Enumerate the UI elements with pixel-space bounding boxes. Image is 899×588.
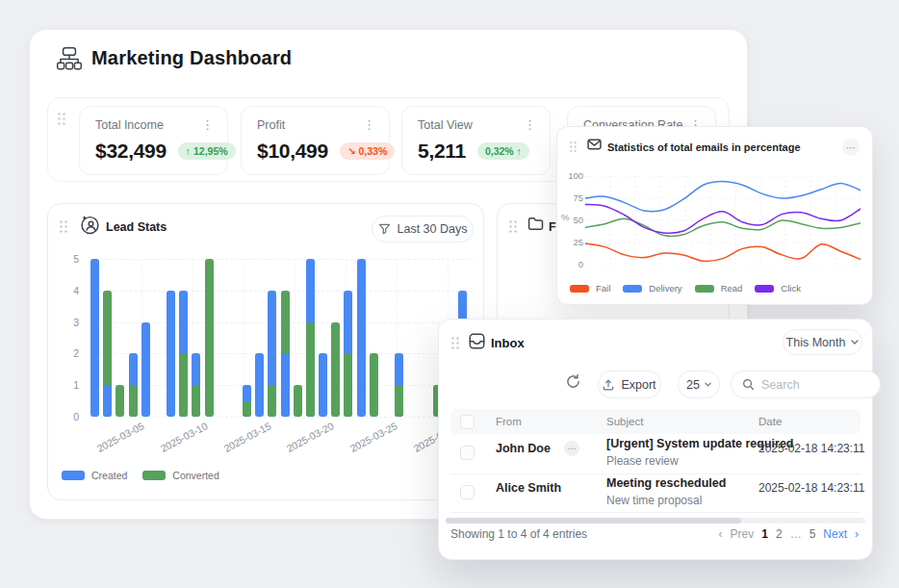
trend-badge: 0,32% ↑	[477, 142, 529, 160]
refresh-icon[interactable]	[565, 373, 581, 390]
export-icon	[603, 379, 614, 391]
y-tick-label: 2	[58, 347, 79, 359]
stat-card-total-view: Total View ⋮ 5,211 0,32% ↑	[401, 106, 551, 175]
y-tick-label: 4	[58, 285, 79, 296]
lead-bar-converted	[306, 322, 315, 417]
prev-button[interactable]: Prev	[731, 527, 755, 541]
funnel-icon	[378, 223, 391, 236]
stat-value: 5,211	[418, 140, 466, 163]
lead-bar-converted	[192, 385, 200, 417]
email-line-chart	[585, 176, 860, 265]
search-placeholder: Search	[761, 378, 800, 392]
drag-handle-icon[interactable]	[59, 219, 68, 234]
select-all-checkbox[interactable]	[460, 415, 475, 429]
export-label: Export	[621, 378, 655, 392]
drag-handle-icon[interactable]	[569, 141, 578, 153]
legend-label: Read	[721, 283, 743, 294]
row-menu-icon[interactable]: ⋯	[564, 441, 579, 456]
lead-bar-created	[103, 385, 112, 417]
lead-bar-converted	[129, 385, 138, 417]
prev-arrow-icon[interactable]: ‹	[719, 527, 723, 541]
stat-value: $10,499	[257, 140, 328, 163]
lead-bar-created	[281, 353, 290, 417]
trend-badge: ↘ 0,33%	[340, 142, 396, 160]
y-tick-label: 50	[558, 215, 583, 225]
row-divider	[450, 512, 860, 513]
row-checkbox[interactable]	[460, 446, 475, 460]
y-tick-label: 25	[558, 237, 583, 247]
row-from: John Doe	[496, 442, 551, 455]
kebab-menu-icon[interactable]: ⋮	[363, 120, 375, 130]
search-input[interactable]: Search	[731, 371, 881, 398]
export-button[interactable]: Export	[598, 371, 661, 398]
period-label: This Month	[786, 336, 846, 349]
kebab-menu-icon[interactable]: ⋮	[201, 120, 214, 130]
y-tick-label: 0	[558, 259, 583, 269]
legend-item: Converted	[142, 470, 218, 481]
stat-label: Total Income	[95, 118, 164, 132]
lead-legend: CreatedConverted	[62, 470, 219, 481]
page-2-button[interactable]: 2	[776, 527, 783, 541]
x-tick-label: 2025-03-25	[340, 415, 408, 458]
lead-bar-converted	[331, 322, 340, 417]
filter-last-30-days-button[interactable]: Last 30 Days	[372, 216, 474, 243]
stat-label: Total View	[418, 118, 473, 132]
y-tick-label: 100	[558, 170, 583, 181]
email-stats-title: Statistics of total emails in percentage	[607, 141, 801, 153]
horizontal-scrollbar-track[interactable]	[446, 518, 865, 524]
page-size-value: 25	[686, 378, 700, 392]
search-icon	[742, 378, 755, 391]
entries-summary: Showing 1 to 4 of 4 entries	[450, 527, 587, 541]
legend-label: Converted	[172, 470, 218, 481]
page-title: Marketing Dashboard	[91, 47, 292, 69]
envelope-icon	[587, 139, 602, 150]
legend-item: Click	[755, 283, 801, 294]
trend-badge: ↑ 12,95%	[178, 142, 236, 160]
inbox-title: Inbox	[491, 336, 525, 350]
chevron-down-icon	[851, 340, 859, 345]
kebab-menu-icon[interactable]: ⋮	[524, 120, 536, 130]
next-arrow-icon[interactable]: ›	[855, 527, 859, 541]
card-menu-icon[interactable]: ⋯	[842, 139, 860, 156]
lead-bar-converted	[370, 353, 378, 417]
row-date: 2025-02-18 14:23:11	[758, 481, 865, 495]
legend-item: Created	[62, 470, 127, 481]
email-legend: FailDeliveryReadClick	[570, 283, 801, 294]
row-checkbox[interactable]	[460, 485, 475, 499]
lead-bar-created	[357, 259, 366, 417]
chevron-down-icon	[705, 382, 711, 387]
column-header-subject: Subject	[606, 416, 643, 427]
y-tick-label: 3	[58, 317, 79, 328]
legend-swatch	[142, 471, 166, 480]
next-button[interactable]: Next	[823, 527, 847, 541]
page-5-button[interactable]: 5	[809, 527, 816, 541]
legend-swatch	[570, 285, 589, 293]
drag-handle-icon[interactable]	[450, 336, 460, 350]
x-tick-label: 2025-03-05	[86, 415, 154, 458]
drag-handle-icon[interactable]	[57, 112, 66, 126]
lead-stats-title: Lead Stats	[106, 220, 167, 234]
gridline	[90, 259, 474, 260]
stat-card-profit: Profit ⋮ $10,499 ↘ 0,33%	[241, 106, 390, 175]
period-select[interactable]: This Month	[783, 329, 862, 355]
horizontal-scrollbar-thumb[interactable]	[446, 518, 741, 524]
y-tick-label: 5	[58, 253, 79, 265]
lead-x-axis: 2025-03-052025-03-102025-03-152025-03-20…	[90, 423, 474, 462]
line-series-delivery	[585, 182, 860, 212]
lead-chart-plot	[90, 259, 474, 417]
inbox-icon	[469, 333, 485, 349]
lead-bar-converted	[116, 385, 124, 417]
row-subject: Meeting rescheduled	[606, 476, 726, 490]
marketing-dashboard-page: Marketing Dashboard Total Income ⋮ $32,4…	[0, 0, 899, 588]
lead-bar-created	[255, 353, 264, 417]
drag-handle-icon[interactable]	[508, 219, 518, 234]
lead-bar-converted	[268, 385, 276, 417]
email-stats-card: Statistics of total emails in percentage…	[556, 126, 873, 305]
x-tick-label: 2025-03-20	[276, 415, 345, 458]
y-tick-label: 1	[58, 379, 79, 391]
column-header-date: Date	[758, 416, 782, 427]
page-size-select[interactable]: 25	[678, 371, 720, 398]
lead-icon	[80, 215, 100, 235]
stat-card-total-income: Total Income ⋮ $32,499 ↑ 12,95%	[79, 106, 228, 175]
page-1-button[interactable]: 1	[761, 527, 768, 541]
